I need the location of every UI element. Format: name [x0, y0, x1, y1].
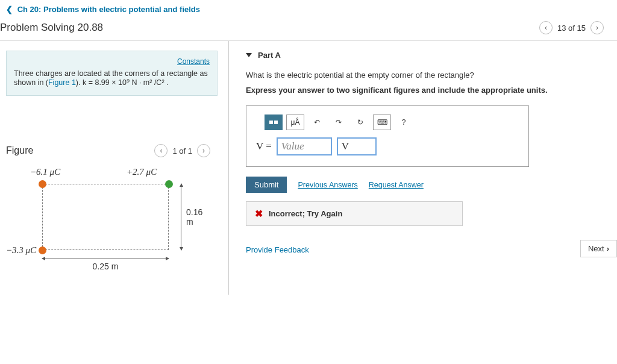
- answer-box: μÅ ↶ ↷ ↻ ⌨ ? V = Value V: [246, 105, 529, 167]
- prev-problem-button[interactable]: ‹: [539, 21, 553, 34]
- value-input[interactable]: Value: [277, 137, 332, 155]
- question-text: What is the electric potential at the em…: [246, 71, 605, 80]
- units-input[interactable]: V: [337, 137, 377, 155]
- request-answer-link[interactable]: Request Answer: [369, 181, 424, 189]
- part-label: Part A: [258, 51, 281, 60]
- previous-answers-link[interactable]: Previous Answers: [298, 181, 357, 189]
- problem-intro: Constants Three charges are located at t…: [6, 51, 218, 96]
- keyboard-button[interactable]: ⌨: [373, 115, 391, 130]
- provide-feedback-link[interactable]: Provide Feedback: [246, 245, 605, 254]
- undo-button[interactable]: ↶: [308, 115, 326, 130]
- incorrect-icon: ✖: [255, 208, 263, 219]
- collapse-icon[interactable]: [246, 53, 252, 57]
- chapter-back-link[interactable]: ❮ Ch 20: Problems with electric potentia…: [6, 5, 200, 14]
- charge-label-bottom-left: −3.3 μC: [6, 245, 36, 256]
- next-button[interactable]: Next ›: [580, 240, 617, 257]
- vertical-dimension: 0.16 m: [181, 184, 202, 250]
- charge-dot-bottom-left: [39, 246, 46, 254]
- charge-dot-top-right: [165, 180, 173, 188]
- chevron-right-icon: ›: [607, 244, 609, 253]
- horizontal-dimension: 0.25 m: [42, 259, 169, 271]
- next-problem-button[interactable]: ›: [590, 21, 604, 34]
- submit-button[interactable]: Submit: [246, 177, 287, 193]
- reset-button[interactable]: ↻: [351, 115, 369, 130]
- vertical-arrow-icon: [181, 184, 181, 250]
- page-title: Problem Solving 20.88: [0, 22, 103, 34]
- rectangle-outline: [42, 184, 169, 250]
- figure-prev-button[interactable]: ‹: [154, 144, 168, 157]
- variable-label: V =: [256, 140, 272, 152]
- horizontal-arrow-icon: [42, 259, 169, 259]
- redo-button[interactable]: ↷: [330, 115, 348, 130]
- constants-link[interactable]: Constants: [14, 57, 210, 66]
- problem-pager: 13 of 15: [557, 24, 586, 33]
- feedback-banner: ✖ Incorrect; Try Again: [246, 201, 463, 226]
- template-icon: [269, 121, 278, 124]
- next-label: Next: [588, 244, 604, 253]
- chevron-left-icon: ❮: [6, 5, 13, 14]
- template-button[interactable]: [265, 115, 283, 130]
- figure-heading: Figure: [6, 145, 33, 156]
- units-symbol-button[interactable]: μÅ: [286, 115, 304, 130]
- charge-label-top-left: −6.1 μC: [30, 167, 60, 177]
- figure-ref-link[interactable]: Figure 1: [48, 78, 76, 87]
- charge-label-top-right: +2.7 μC: [127, 167, 157, 177]
- figure-pager: 1 of 1: [172, 146, 192, 155]
- figure-diagram: −6.1 μC +2.7 μC −3.3 μC 0.16 m 0.25 m: [6, 162, 199, 283]
- help-button[interactable]: ?: [395, 115, 413, 130]
- width-value: 0.25 m: [93, 262, 119, 271]
- intro-text-after: ). k = 8.99 × 10⁹ N · m² /C² .: [76, 78, 169, 87]
- instruction-text: Express your answer to two significant f…: [246, 86, 605, 95]
- charge-dot-top-left: [39, 180, 46, 188]
- figure-next-button[interactable]: ›: [197, 144, 210, 157]
- chapter-title: Ch 20: Problems with electric potential …: [17, 5, 200, 14]
- incorrect-message: Incorrect; Try Again: [269, 209, 342, 218]
- height-value: 0.16 m: [186, 207, 202, 227]
